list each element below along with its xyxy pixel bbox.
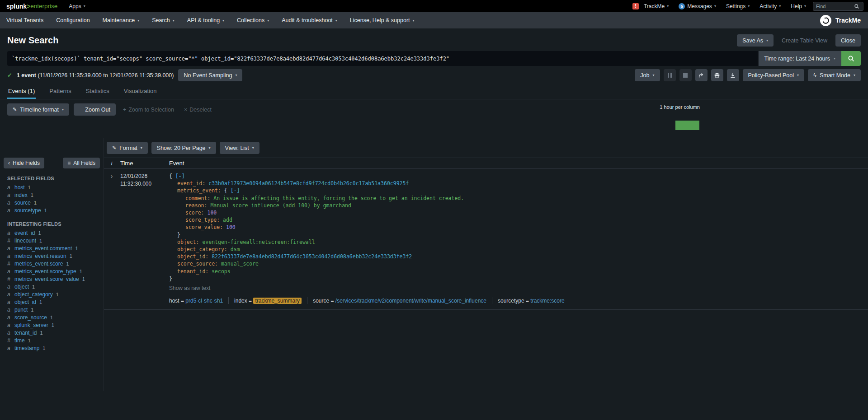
health-alert-icon[interactable]: !: [632, 3, 639, 9]
settings-menu[interactable]: Settings ▾: [721, 0, 755, 12]
json-line: score_value: 100: [169, 224, 868, 231]
tab-events-1[interactable]: Events (1): [7, 84, 36, 99]
hide-fields-button[interactable]: ‹ Hide Fields: [4, 158, 44, 168]
field-link[interactable]: host: [14, 184, 25, 191]
app-identity[interactable]: TrackMe: [813, 12, 868, 28]
field-row-sourcetype[interactable]: asourcetype1: [4, 206, 100, 214]
expand-row-icon[interactable]: ›: [104, 173, 119, 180]
trackme-menu[interactable]: TrackMe ▾: [639, 0, 674, 12]
field-link[interactable]: object_category: [14, 291, 53, 298]
stop-button[interactable]: [679, 69, 692, 81]
zoom-out-button[interactable]: − Zoom Out: [74, 103, 116, 116]
pause-button[interactable]: [664, 69, 676, 81]
field-link[interactable]: metrics_event.comment: [14, 245, 72, 252]
search-query-input[interactable]: `trackme_idx(secops)` tenant_id="secops"…: [7, 51, 758, 66]
find-search[interactable]: [813, 2, 863, 11]
event-field-value[interactable]: prd5-cl-shc-sh1: [185, 298, 223, 304]
event-field-value[interactable]: /services/trackme/v2/component/write/man…: [335, 298, 486, 304]
show-raw-link[interactable]: Show as raw text: [169, 285, 210, 291]
caret-down-icon: ▾: [137, 19, 139, 23]
field-link[interactable]: linecount: [14, 238, 36, 244]
field-row-punct[interactable]: apunct1: [4, 306, 100, 313]
job-menu-button[interactable]: Job ▾: [635, 69, 660, 81]
field-link[interactable]: object: [14, 284, 29, 290]
field-link[interactable]: sourcetype: [14, 207, 41, 214]
field-row-metrics-event-reason[interactable]: ametrics_event.reason1: [4, 252, 100, 260]
json-plain-segment: }: [177, 232, 180, 238]
nav-item-virtual-tenants[interactable]: Virtual Tenants: [0, 12, 50, 28]
messages-menu[interactable]: 5 Messages ▾: [674, 0, 721, 12]
field-row-metrics-event-score[interactable]: #metrics_event.score1: [4, 260, 100, 267]
field-link[interactable]: timestamp: [14, 345, 39, 351]
close-button[interactable]: Close: [835, 34, 861, 47]
search-mode-button[interactable]: ϟ Smart Mode ▾: [808, 69, 861, 81]
field-row-object-category[interactable]: aobject_category1: [4, 290, 100, 298]
view-mode-button[interactable]: View: List ▾: [220, 142, 259, 154]
tab-patterns[interactable]: Patterns: [48, 84, 72, 99]
event-sampling-button[interactable]: No Event Sampling ▾: [178, 69, 242, 81]
timeline-format-button[interactable]: ✎ Timeline format ▾: [7, 103, 69, 116]
nav-item-maintenance[interactable]: Maintenance▾: [96, 12, 146, 28]
json-plain-segment: {: [221, 187, 231, 194]
field-row-metrics-event-score-value[interactable]: #metrics_event.score_value1: [4, 275, 100, 283]
nav-item-audit-troubleshoot[interactable]: Audit & troubleshoot▾: [275, 12, 344, 28]
field-row-timestamp[interactable]: atimestamp1: [4, 344, 100, 352]
format-button[interactable]: ✎ Format ▾: [107, 142, 148, 154]
field-link[interactable]: metrics_event.score: [14, 261, 63, 267]
field-row-tenant-id[interactable]: atenant_id1: [4, 329, 100, 336]
tab-visualization[interactable]: Visualization: [123, 84, 158, 99]
per-page-button[interactable]: Show: 20 Per Page ▾: [151, 142, 216, 154]
field-link[interactable]: tenant_id: [14, 330, 37, 336]
all-fields-button[interactable]: ≡ All Fields: [63, 158, 100, 168]
tab-statistics[interactable]: Statistics: [85, 84, 110, 99]
nav-item-license-help-support[interactable]: License, Help & support▾: [344, 12, 421, 28]
nav-item-collections[interactable]: Collections▾: [231, 12, 275, 28]
field-link[interactable]: metrics_event.reason: [14, 253, 66, 259]
event-field-value[interactable]: trackme_summary: [253, 298, 302, 304]
run-search-button[interactable]: [841, 51, 861, 66]
field-row-splunk-server[interactable]: asplunk_server1: [4, 321, 100, 329]
print-button[interactable]: [711, 69, 723, 81]
field-row-event-id[interactable]: aevent_id1: [4, 229, 100, 237]
splunk-logo[interactable]: splunk>enterprise: [0, 0, 64, 12]
json-link-segment[interactable]: [-]: [231, 187, 240, 194]
field-row-metrics-event-comment[interactable]: ametrics_event.comment1: [4, 244, 100, 252]
json-link-segment[interactable]: [-]: [175, 173, 185, 179]
field-link[interactable]: event_id: [14, 230, 35, 236]
field-link[interactable]: metrics_event.score_value: [14, 276, 79, 282]
field-row-index[interactable]: aindex1: [4, 191, 100, 199]
field-row-linecount[interactable]: #linecount1: [4, 237, 100, 244]
time-range-picker[interactable]: Time range: Last 24 hours ▾: [759, 51, 841, 66]
timeline-format-label: Timeline format: [20, 107, 59, 113]
field-link[interactable]: punct: [14, 307, 28, 313]
nav-item-search[interactable]: Search▾: [146, 12, 181, 28]
save-as-button[interactable]: Save As ▾: [737, 34, 774, 47]
field-row-metrics-event-score-type[interactable]: ametrics_event.score_type1: [4, 267, 100, 275]
field-link[interactable]: time: [14, 337, 25, 344]
nav-item-api-tooling[interactable]: API & tooling▾: [181, 12, 231, 28]
apps-menu[interactable]: Apps ▾: [64, 0, 90, 12]
field-link[interactable]: object_id: [14, 299, 36, 305]
export-button[interactable]: [727, 69, 739, 81]
activity-menu[interactable]: Activity ▾: [755, 0, 786, 12]
field-link[interactable]: source: [14, 200, 31, 206]
share-button[interactable]: [695, 69, 708, 81]
field-row-score-source[interactable]: ascore_source1: [4, 313, 100, 321]
find-search-input[interactable]: [816, 4, 854, 9]
field-link[interactable]: index: [14, 192, 28, 198]
field-row-host[interactable]: ahost1: [4, 183, 100, 191]
field-row-source[interactable]: asource1: [4, 199, 100, 206]
nav-item-configuration[interactable]: Configuration: [50, 12, 96, 28]
timeline-bar[interactable]: [675, 121, 699, 130]
nav-item-label: Audit & troubleshoot: [282, 17, 333, 23]
field-link[interactable]: splunk_server: [14, 322, 48, 328]
field-link[interactable]: metrics_event.score_type: [14, 268, 76, 275]
field-link[interactable]: score_source: [14, 314, 47, 321]
caret-down-icon: ▾: [62, 107, 64, 112]
field-row-object[interactable]: aobject1: [4, 283, 100, 290]
pool-button[interactable]: Policy-Based Pool ▾: [743, 69, 804, 81]
help-menu[interactable]: Help ▾: [786, 0, 811, 12]
event-field-value[interactable]: trackme:score: [530, 298, 564, 304]
field-row-object-id[interactable]: aobject_id1: [4, 298, 100, 306]
field-row-time[interactable]: #time1: [4, 336, 100, 344]
